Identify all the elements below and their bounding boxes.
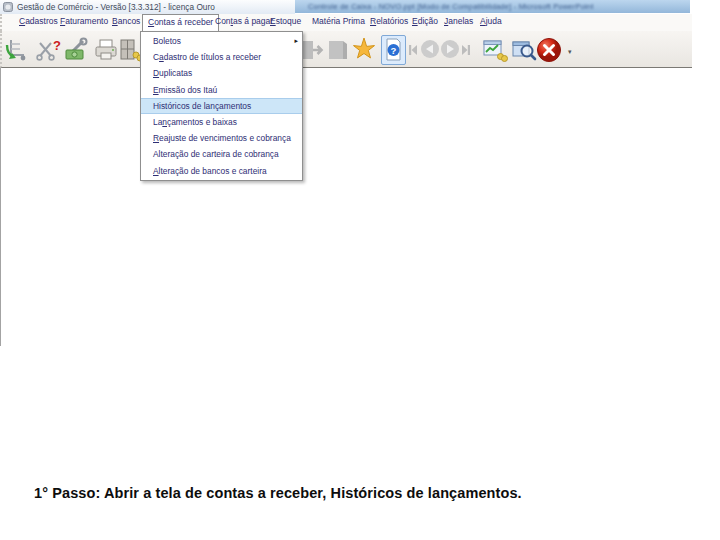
menu-item-lancamentos-e-baixas[interactable]: Lançamentos e baixas bbox=[141, 114, 302, 130]
nav-first-icon[interactable] bbox=[408, 37, 418, 63]
help-icon[interactable]: ? bbox=[381, 35, 406, 65]
menu-item-reajuste-de-vencimentos-e-cobranca[interactable]: Reajuste de vencimentos e cobrança bbox=[141, 130, 302, 146]
menubar-item-contas-a-receber[interactable]: Contas á receber bbox=[142, 14, 219, 32]
menubar-item-janelas[interactable]: Janelas bbox=[439, 14, 478, 29]
menubar-item-estoque[interactable]: Estoque bbox=[265, 14, 306, 29]
nav-last-icon[interactable] bbox=[461, 37, 471, 63]
menubar-item-ajuda[interactable]: Ajuda bbox=[475, 14, 507, 29]
menu-item-cadastro-de-titulos-a-receber[interactable]: Cadastro de títulos a receber bbox=[141, 49, 302, 65]
door-disabled-icon[interactable] bbox=[324, 37, 350, 63]
menu-bar: CadastrosFaturamentoBancosContas á receb… bbox=[0, 14, 692, 31]
svg-text:?: ? bbox=[53, 38, 61, 53]
scissors-help-icon[interactable]: ? bbox=[36, 37, 62, 63]
app-window: Gestão de Comércio - Versão [3.3.312] - … bbox=[0, 0, 690, 346]
goods-entry-icon[interactable] bbox=[4, 37, 30, 63]
favorites-star-icon[interactable] bbox=[351, 36, 377, 62]
app-title: Gestão de Comércio - Versão [3.3.312] - … bbox=[17, 2, 215, 12]
submenu-arrow-icon: ▸ bbox=[294, 33, 298, 49]
app-icon bbox=[3, 2, 13, 12]
slide: Controle de Caixa - NOVO.ppt [Modo de Co… bbox=[0, 0, 720, 540]
tools-money-icon[interactable] bbox=[64, 37, 90, 63]
app-titlebar: Gestão de Comércio - Versão [3.3.312] - … bbox=[0, 0, 295, 14]
nav-next-icon[interactable] bbox=[440, 39, 460, 59]
close-icon[interactable] bbox=[536, 37, 562, 63]
contas-a-receber-menu: Boletos▸Cadastro de títulos a receberDup… bbox=[140, 31, 303, 181]
menu-item-historicos-de-lancamentos[interactable]: Históricos de lançamentos bbox=[141, 98, 302, 114]
menu-item-boletos[interactable]: Boletos▸ bbox=[141, 33, 302, 49]
finance-icon[interactable] bbox=[482, 37, 508, 63]
menu-item-alteracao-de-bancos-e-carteira[interactable]: Alteração de bancos e carteira bbox=[141, 163, 302, 179]
menu-item-alteracao-de-carteira-de-cobranca[interactable]: Alteração de carteira de cobrança bbox=[141, 146, 302, 162]
menubar-item-materia-prima[interactable]: Matéria Prima bbox=[307, 14, 370, 29]
menu-item-duplicatas[interactable]: Duplicatas bbox=[141, 65, 302, 81]
menubar-item-bancos[interactable]: Bancos bbox=[107, 14, 145, 29]
menubar-item-faturamento[interactable]: Faturamento bbox=[55, 14, 113, 29]
menubar-item-edicao[interactable]: Edição bbox=[407, 14, 443, 29]
nav-previous-icon[interactable] bbox=[420, 39, 440, 59]
print-icon[interactable] bbox=[93, 37, 119, 63]
overflow-icon[interactable]: ▾ bbox=[568, 48, 572, 56]
menu-item-emissao-dos-itau[interactable]: Emissão dos Itaú bbox=[141, 82, 302, 98]
search-icon[interactable] bbox=[511, 37, 537, 63]
client-area bbox=[0, 68, 691, 346]
svg-text:?: ? bbox=[391, 45, 397, 56]
caption-text: 1° Passo: Abrir a tela de contas a receb… bbox=[34, 485, 522, 501]
